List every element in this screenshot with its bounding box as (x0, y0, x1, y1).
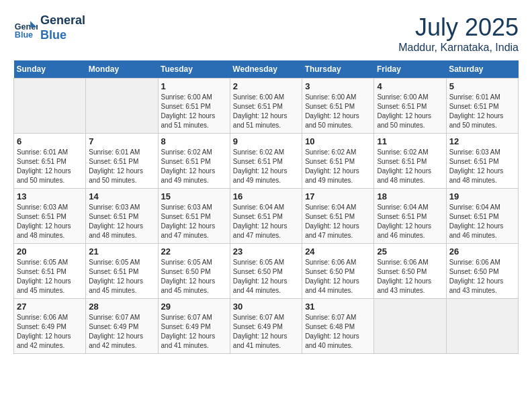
day-number: 27 (17, 302, 83, 312)
day-info: Sunrise: 6:07 AMSunset: 6:49 PMDaylight:… (89, 313, 154, 351)
day-info: Sunrise: 6:03 AMSunset: 6:51 PMDaylight:… (17, 203, 83, 240)
day-number: 26 (449, 246, 515, 257)
day-number: 13 (17, 191, 83, 201)
day-number: 1 (161, 81, 227, 91)
day-number: 2 (233, 81, 299, 91)
calendar-cell: 19Sunrise: 6:04 AMSunset: 6:51 PMDayligh… (446, 189, 518, 244)
calendar-cell: 8Sunrise: 6:02 AMSunset: 6:51 PMDaylight… (158, 134, 230, 189)
calendar-cell: 6Sunrise: 6:01 AMSunset: 6:51 PMDaylight… (14, 134, 86, 189)
svg-text:Blue: Blue (15, 30, 33, 40)
day-info: Sunrise: 6:01 AMSunset: 6:51 PMDaylight:… (449, 93, 515, 130)
day-info: Sunrise: 6:03 AMSunset: 6:51 PMDaylight:… (161, 203, 227, 240)
day-info: Sunrise: 6:00 AMSunset: 6:51 PMDaylight:… (305, 93, 371, 130)
calendar-cell (446, 299, 518, 354)
day-number: 29 (161, 302, 227, 312)
calendar-cell: 29Sunrise: 6:07 AMSunset: 6:49 PMDayligh… (158, 299, 230, 354)
day-info: Sunrise: 6:06 AMSunset: 6:50 PMDaylight:… (377, 258, 443, 295)
day-info: Sunrise: 6:02 AMSunset: 6:51 PMDaylight:… (161, 148, 227, 185)
day-info: Sunrise: 6:02 AMSunset: 6:51 PMDaylight:… (233, 148, 299, 185)
calendar-week-3: 13Sunrise: 6:03 AMSunset: 6:51 PMDayligh… (14, 189, 519, 244)
calendar-cell: 22Sunrise: 6:05 AMSunset: 6:50 PMDayligh… (158, 244, 230, 299)
day-number: 15 (161, 191, 227, 201)
day-info: Sunrise: 6:05 AMSunset: 6:51 PMDaylight:… (89, 258, 154, 295)
day-number: 20 (17, 246, 83, 257)
day-info: Sunrise: 6:05 AMSunset: 6:50 PMDaylight:… (161, 258, 227, 295)
weekday-header-sunday: Sunday (14, 60, 86, 79)
calendar-cell: 26Sunrise: 6:06 AMSunset: 6:50 PMDayligh… (446, 244, 518, 299)
day-number: 14 (89, 191, 154, 201)
day-number: 22 (161, 246, 227, 257)
calendar-cell: 2Sunrise: 6:00 AMSunset: 6:51 PMDaylight… (230, 79, 302, 134)
calendar-week-1: 1Sunrise: 6:00 AMSunset: 6:51 PMDaylight… (14, 79, 519, 134)
calendar-cell: 21Sunrise: 6:05 AMSunset: 6:51 PMDayligh… (86, 244, 158, 299)
month-title: July 2025 (398, 13, 519, 42)
day-number: 24 (305, 246, 371, 257)
day-info: Sunrise: 6:05 AMSunset: 6:51 PMDaylight:… (17, 258, 83, 295)
calendar-cell: 25Sunrise: 6:06 AMSunset: 6:50 PMDayligh… (374, 244, 446, 299)
calendar-cell (14, 79, 86, 134)
weekday-header-wednesday: Wednesday (230, 60, 302, 79)
calendar-week-4: 20Sunrise: 6:05 AMSunset: 6:51 PMDayligh… (14, 244, 519, 299)
day-number: 19 (449, 191, 515, 201)
day-number: 4 (377, 81, 443, 91)
calendar-cell: 4Sunrise: 6:00 AMSunset: 6:51 PMDaylight… (374, 79, 446, 134)
calendar-cell: 24Sunrise: 6:06 AMSunset: 6:50 PMDayligh… (302, 244, 374, 299)
weekday-header-row: SundayMondayTuesdayWednesdayThursdayFrid… (14, 60, 519, 79)
title-block: July 2025 Maddur, Karnataka, India (398, 13, 519, 54)
calendar-cell: 31Sunrise: 6:07 AMSunset: 6:48 PMDayligh… (302, 299, 374, 354)
calendar-cell: 14Sunrise: 6:03 AMSunset: 6:51 PMDayligh… (86, 189, 158, 244)
calendar-cell: 12Sunrise: 6:03 AMSunset: 6:51 PMDayligh… (446, 134, 518, 189)
day-info: Sunrise: 6:05 AMSunset: 6:50 PMDaylight:… (233, 258, 299, 295)
calendar-cell: 11Sunrise: 6:02 AMSunset: 6:51 PMDayligh… (374, 134, 446, 189)
day-number: 7 (89, 136, 154, 146)
weekday-header-monday: Monday (86, 60, 158, 79)
day-info: Sunrise: 6:04 AMSunset: 6:51 PMDaylight:… (233, 203, 299, 240)
calendar-cell: 15Sunrise: 6:03 AMSunset: 6:51 PMDayligh… (158, 189, 230, 244)
day-number: 28 (89, 302, 154, 312)
location-title: Maddur, Karnataka, India (398, 42, 519, 54)
day-number: 18 (377, 191, 443, 201)
calendar-cell: 18Sunrise: 6:04 AMSunset: 6:51 PMDayligh… (374, 189, 446, 244)
calendar-cell: 28Sunrise: 6:07 AMSunset: 6:49 PMDayligh… (86, 299, 158, 354)
logo-icon: General Blue (13, 16, 38, 40)
day-number: 16 (233, 191, 299, 201)
calendar-cell (86, 79, 158, 134)
day-info: Sunrise: 6:07 AMSunset: 6:49 PMDaylight:… (161, 313, 227, 351)
calendar-cell: 27Sunrise: 6:06 AMSunset: 6:49 PMDayligh… (14, 299, 86, 354)
calendar-cell: 20Sunrise: 6:05 AMSunset: 6:51 PMDayligh… (14, 244, 86, 299)
day-info: Sunrise: 6:01 AMSunset: 6:51 PMDaylight:… (17, 148, 83, 185)
day-number: 9 (233, 136, 299, 146)
calendar-cell: 23Sunrise: 6:05 AMSunset: 6:50 PMDayligh… (230, 244, 302, 299)
day-number: 11 (377, 136, 443, 146)
calendar-week-5: 27Sunrise: 6:06 AMSunset: 6:49 PMDayligh… (14, 299, 519, 354)
day-info: Sunrise: 6:00 AMSunset: 6:51 PMDaylight:… (233, 93, 299, 130)
day-info: Sunrise: 6:06 AMSunset: 6:49 PMDaylight:… (17, 313, 83, 351)
day-info: Sunrise: 6:07 AMSunset: 6:49 PMDaylight:… (233, 313, 299, 351)
logo-text: General Blue (40, 13, 85, 42)
day-number: 5 (449, 81, 515, 91)
calendar-table: SundayMondayTuesdayWednesdayThursdayFrid… (13, 60, 519, 354)
day-info: Sunrise: 6:03 AMSunset: 6:51 PMDaylight:… (89, 203, 154, 240)
day-number: 6 (17, 136, 83, 146)
calendar-week-2: 6Sunrise: 6:01 AMSunset: 6:51 PMDaylight… (14, 134, 519, 189)
calendar-cell (374, 299, 446, 354)
page-header: General Blue General Blue July 2025 Madd… (13, 13, 519, 54)
calendar-cell: 5Sunrise: 6:01 AMSunset: 6:51 PMDaylight… (446, 79, 518, 134)
weekday-header-friday: Friday (374, 60, 446, 79)
calendar-cell: 1Sunrise: 6:00 AMSunset: 6:51 PMDaylight… (158, 79, 230, 134)
calendar-cell: 17Sunrise: 6:04 AMSunset: 6:51 PMDayligh… (302, 189, 374, 244)
day-info: Sunrise: 6:00 AMSunset: 6:51 PMDaylight:… (161, 93, 227, 130)
day-number: 30 (233, 302, 299, 312)
day-info: Sunrise: 6:01 AMSunset: 6:51 PMDaylight:… (89, 148, 154, 185)
calendar-cell: 10Sunrise: 6:02 AMSunset: 6:51 PMDayligh… (302, 134, 374, 189)
day-info: Sunrise: 6:04 AMSunset: 6:51 PMDaylight:… (305, 203, 371, 240)
day-info: Sunrise: 6:06 AMSunset: 6:50 PMDaylight:… (305, 258, 371, 295)
calendar-cell: 7Sunrise: 6:01 AMSunset: 6:51 PMDaylight… (86, 134, 158, 189)
day-number: 17 (305, 191, 371, 201)
day-info: Sunrise: 6:07 AMSunset: 6:48 PMDaylight:… (305, 313, 371, 351)
day-number: 31 (305, 302, 371, 312)
weekday-header-tuesday: Tuesday (158, 60, 230, 79)
day-info: Sunrise: 6:04 AMSunset: 6:51 PMDaylight:… (449, 203, 515, 240)
calendar-cell: 3Sunrise: 6:00 AMSunset: 6:51 PMDaylight… (302, 79, 374, 134)
weekday-header-saturday: Saturday (446, 60, 518, 79)
